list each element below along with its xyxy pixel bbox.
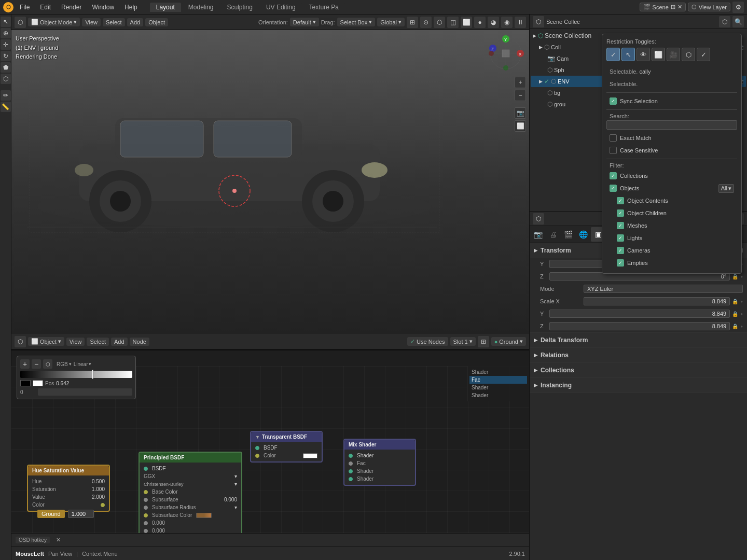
- scale-y-value[interactable]: 8.849: [549, 310, 730, 318]
- color-ramp-add[interactable]: +: [20, 359, 30, 369]
- filter-cameras-check[interactable]: ✓: [617, 247, 624, 254]
- scale-tool[interactable]: ⬟: [1, 62, 11, 73]
- menu-file[interactable]: File: [16, 3, 34, 12]
- node-add-btn[interactable]: Add: [111, 338, 128, 346]
- view-layer-selector[interactable]: ⬡ View Layer: [688, 3, 730, 11]
- prop-icon-output[interactable]: 🖨: [546, 227, 560, 242]
- mode-value[interactable]: XYZ Euler: [584, 285, 743, 293]
- node-editor[interactable]: Fac + − ⬡ RGB ▾ Linear ▾: [11, 349, 529, 547]
- render-preview-icon[interactable]: ◕: [488, 17, 499, 28]
- close-icon[interactable]: ✕: [56, 537, 61, 543]
- toggle-check2[interactable]: ✓: [697, 48, 710, 61]
- pause-icon[interactable]: ⏸: [515, 17, 526, 28]
- annotate-tool[interactable]: ✏: [1, 90, 11, 101]
- settings-icon[interactable]: ⚙: [732, 2, 744, 13]
- color-swatch-black[interactable]: [20, 380, 31, 386]
- transparent-out-socket[interactable]: [255, 446, 259, 450]
- zoom-in-btn[interactable]: +: [515, 77, 526, 88]
- ground-value-input[interactable]: [68, 510, 94, 518]
- mix-shader-node[interactable]: Mix Shader Shader Fac Shader: [343, 439, 416, 486]
- menu-render[interactable]: Render: [57, 3, 86, 12]
- transform-tool[interactable]: ⬡: [1, 74, 11, 84]
- outliner-search-icon[interactable]: 🔍: [732, 16, 744, 27]
- color-out-socket[interactable]: [101, 503, 105, 507]
- scale-x-value[interactable]: 8.849: [584, 297, 730, 305]
- cursor-tool[interactable]: ⊕: [1, 28, 11, 38]
- menu-help[interactable]: Help: [120, 3, 142, 12]
- menu-window[interactable]: Window: [88, 3, 118, 12]
- filter-objects-check[interactable]: ✓: [610, 185, 617, 192]
- use-nodes-toggle[interactable]: ✓ Use Nodes: [407, 337, 448, 346]
- prop-icon-view[interactable]: 🎬: [561, 227, 575, 242]
- color-swatch-white[interactable]: [33, 380, 43, 386]
- search-input[interactable]: [606, 120, 737, 130]
- all-dropdown[interactable]: All ▾: [718, 184, 734, 193]
- tab-modeling[interactable]: Modeling: [182, 3, 220, 12]
- node-mode-selector[interactable]: ⬜ Object ▾: [28, 337, 64, 346]
- orientation-selector[interactable]: Default ▾: [290, 18, 319, 26]
- filter-obj-children-check[interactable]: ✓: [617, 209, 624, 217]
- slot-selector[interactable]: Slot 1 ▾: [450, 337, 476, 346]
- scale-z-value[interactable]: 8.849: [549, 322, 730, 330]
- xray-icon[interactable]: ◫: [447, 17, 459, 28]
- select-btn[interactable]: Select: [103, 18, 125, 26]
- instancing-header[interactable]: ▶ Instancing: [530, 378, 747, 393]
- measure-tool[interactable]: 📏: [1, 102, 11, 112]
- val2-socket[interactable]: [144, 529, 148, 533]
- viewport-3d[interactable]: User Perspective (1) ENV | ground Render…: [11, 30, 529, 334]
- base-color-in-socket[interactable]: [144, 490, 148, 494]
- add-btn[interactable]: Add: [127, 18, 144, 26]
- filter-obj-contents-check[interactable]: ✓: [617, 197, 624, 204]
- camera-view-btn[interactable]: 📷: [515, 107, 526, 119]
- exact-match-item[interactable]: Exact Match: [606, 132, 737, 144]
- toggle-selectable[interactable]: ↖: [621, 48, 635, 61]
- prop-icon-render[interactable]: 📷: [531, 227, 545, 242]
- scene-close-icon[interactable]: ✕: [677, 4, 682, 10]
- view-btn[interactable]: View: [82, 18, 101, 26]
- frame-btn[interactable]: ⬜: [515, 120, 526, 132]
- bsdf-out-socket[interactable]: [144, 467, 148, 471]
- toggle-viewport[interactable]: ⬜: [652, 48, 665, 61]
- transparent-color-swatch[interactable]: [303, 453, 317, 458]
- viewport-menu-icon[interactable]: ⬡: [15, 17, 26, 28]
- fac-socket[interactable]: [349, 461, 353, 466]
- toggle-eye[interactable]: 👁: [637, 48, 650, 61]
- filter-meshes-check[interactable]: ✓: [617, 222, 624, 229]
- subsurface-in-socket[interactable]: [144, 498, 148, 502]
- delta-transform-header[interactable]: ▶ Delta Transform: [530, 333, 747, 347]
- selectable2-item[interactable]: Selectable.: [606, 78, 737, 90]
- subsurface-radius-socket[interactable]: [144, 506, 148, 510]
- color-ramp-stop[interactable]: [92, 370, 93, 379]
- tab-layout[interactable]: Layout: [150, 3, 181, 12]
- color-ramp-bar[interactable]: [20, 371, 132, 378]
- color-ramp-input[interactable]: [38, 388, 132, 396]
- nav-gizmo[interactable]: X Y Z: [488, 35, 524, 72]
- move-tool[interactable]: ✛: [1, 39, 11, 50]
- color-ramp-remove[interactable]: −: [32, 359, 41, 369]
- toggle-checkbox[interactable]: ✓: [606, 48, 620, 61]
- rotate-tool[interactable]: ↻: [1, 51, 11, 61]
- collections-header[interactable]: ▶ Collections: [530, 363, 747, 377]
- case-sensitive-item[interactable]: Case Sensitive: [606, 144, 737, 157]
- prop-icon-scene[interactable]: 🌐: [576, 227, 590, 242]
- material-name-display[interactable]: ● Ground ▾: [491, 337, 526, 346]
- wireframe-icon[interactable]: ⬜: [461, 17, 472, 28]
- color-ramp-settings[interactable]: ⬡: [43, 359, 52, 369]
- filter-collections-check[interactable]: ✓: [610, 172, 617, 179]
- filter-lights-check[interactable]: ✓: [617, 234, 624, 242]
- mix-shader-out-socket[interactable]: [349, 454, 353, 458]
- object-mode-selector[interactable]: ⬜ Object Mode ▾: [28, 18, 80, 26]
- outliner-filter-icon[interactable]: ⬡: [719, 16, 730, 27]
- solid-icon[interactable]: ●: [474, 17, 486, 28]
- node-snap-icon[interactable]: ⊞: [478, 336, 489, 347]
- proportional-selector[interactable]: Global ▾: [377, 18, 405, 26]
- principled-bsdf-node[interactable]: Principled BSDF BSDF GGX ▾ Christensen-B…: [139, 452, 242, 538]
- viewport-overlay-icon[interactable]: ⬡: [434, 17, 445, 28]
- subsurface-color-swatch[interactable]: [196, 513, 212, 518]
- sync-selection-item[interactable]: ✓ Sync Selection: [606, 95, 737, 107]
- drag-selector[interactable]: Select Box ▾: [337, 18, 376, 26]
- snap-icon[interactable]: ⊞: [407, 17, 418, 28]
- object-btn[interactable]: Object: [145, 18, 168, 26]
- rendered-icon[interactable]: ◉: [501, 17, 513, 28]
- props-menu-icon[interactable]: ⬡: [533, 213, 544, 225]
